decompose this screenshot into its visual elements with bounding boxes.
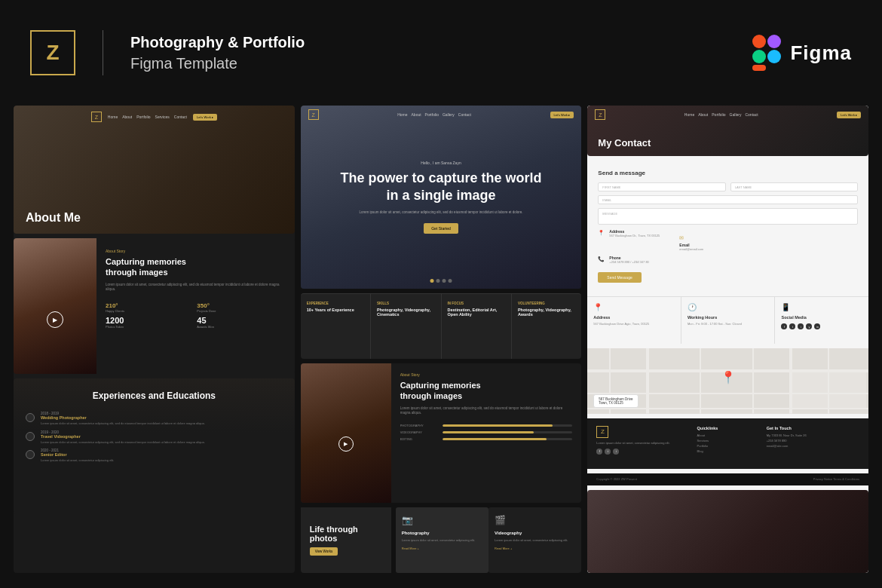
panel-about: Z Home About Portfolio Services Contact … [14,106,295,234]
footer-link-services[interactable]: Services [697,439,759,443]
hero-subtitle: Hello , I am Sansa Zayn [421,161,461,165]
mini-logo: Z [91,112,102,122]
contact-mini-logo: Z [595,109,605,120]
logo-letter: Z [46,41,59,65]
nav-contact[interactable]: Contact [174,115,187,119]
message-placeholder: MESSAGE [602,212,617,216]
nav-services[interactable]: Services [155,115,170,119]
footer-social-tw[interactable]: t [605,449,611,455]
footer-social-fb[interactable]: f [596,449,602,455]
mini-nav-cta[interactable]: Let's Work ▸ [193,114,217,121]
service-skills: SKILLS Photography, Videography,Cinemati… [371,294,441,359]
dot-4[interactable] [449,279,452,283]
social-yt[interactable]: y [806,323,812,329]
capture-img: ▶ [14,238,96,374]
timeline-role-2: Travel Videographer [41,434,283,439]
service-vol-label: VOLUNTEERING [518,302,575,305]
bar-photography: PHOTOGRAPHY [400,424,573,427]
footer-quicklinks: Quicklinks About Services Portfolio Blog [697,426,759,461]
brand-logo[interactable]: Z [30,30,75,75]
panel-contact-form: Send a message FIRST NAME LAST NAME EMAI… [587,161,868,292]
footer-link-blog[interactable]: Blog [697,449,759,453]
social-fb[interactable]: f [781,323,787,329]
footer-links-title: Quicklinks [697,426,759,430]
life-photo-text: Lorem ipsum dolor sit amet, consectetur … [402,538,482,543]
social-tw[interactable]: t [789,323,795,329]
life-cta-btn[interactable]: View Works [310,547,338,556]
footer-social-ig[interactable]: i [613,449,619,455]
footer-copyright: Copyright © 2022 ZW Present Privacy Noti… [587,473,868,485]
contact-address: 📍 Address 567 Buckingham Dr., Town, TX 0… [598,229,858,251]
copyright-text: Copyright © 2022 ZW Present [596,477,636,481]
c-nav-portfolio[interactable]: Portfolio [712,112,725,117]
nav-about[interactable]: About [122,115,132,119]
life-video-link[interactable]: Read More + [495,547,575,550]
phone-value: +234 5678 890 / +234 567 80 [609,260,649,264]
panel-info-cards: 📍 Address 567 Buckingham Drive Agio, Tow… [587,296,868,344]
info-address-text: 567 Buckingham Drive Agio, Town, 00125 [593,322,675,326]
c-nav-cta[interactable]: Let's Work ▸ [837,112,861,118]
timeline-dot-3 [26,450,35,459]
figma-label: Figma [790,41,852,65]
svg-rect-2 [752,50,766,63]
message-field[interactable]: MESSAGE [598,208,858,225]
footer-link-about[interactable]: About [697,433,759,437]
life-title: Life throughphotos [310,525,382,543]
nav-home[interactable]: Home [108,115,118,119]
stat-clients: 210° Happy Clients [106,300,194,313]
dot-3[interactable] [443,279,446,283]
exp-title: Experiences and Educations [26,390,283,401]
dot-2[interactable] [436,279,440,283]
life-photo-title: Photography [402,531,482,535]
capture-stats: 210° Happy Clients 350° Projects Done 12… [106,300,286,329]
c-nav-about[interactable]: About [698,112,708,117]
mid-capture-text: Lorem ipsum dolor sit amet, consectetur … [400,406,573,417]
mid-preview-col: Z Home About Portfolio Gallery Contact L… [301,106,582,573]
contact-nav-links: Home About Portfolio Gallery Contact [610,112,832,117]
last-name-field[interactable]: LAST NAME [730,182,858,191]
stat-photos-num: 1200 [106,316,194,325]
submit-button[interactable]: Send Message [598,272,641,283]
left-preview-col: Z Home About Portfolio Services Contact … [14,106,295,573]
bar-video-fill [443,431,534,433]
phone-details: Phone +234 5678 890 / +234 567 80 [609,256,649,264]
capture-content: About Story Capturing memoriesthrough im… [96,238,295,374]
c-nav-contact[interactable]: Contact [745,112,758,117]
hero-cta-btn[interactable]: Get Started [424,223,458,234]
nav-portfolio[interactable]: Portfolio [136,115,150,119]
bar-video-track [443,431,573,433]
videography-icon: 🎬 [495,515,575,525]
address-value: 567 Buckingham Dr., Town, TX 00125 [609,234,660,237]
bar-photo-label: PHOTOGRAPHY [400,424,438,427]
form-row-name: FIRST NAME LAST NAME [598,182,858,191]
capture-play-btn[interactable]: ▶ [47,311,63,328]
panel-contact-header: Z Home About Portfolio Gallery Contact L… [587,106,868,156]
timeline-dot-2 [26,432,35,441]
privacy-text: Privacy Notice Terms & Conditions [813,477,859,481]
footer-link-portfolio[interactable]: Portfolio [697,444,759,448]
email-value: email@email.com [679,247,703,251]
header-divider [103,30,103,75]
panel-bottom-photo [587,490,868,573]
email-field[interactable]: EMAIL [598,195,858,204]
service-experience: EXPERIENCE 10+ Years of Experience [301,294,371,359]
social-li[interactable]: in [814,323,820,329]
figma-logo: Figma [752,35,852,71]
stat-projects-num: 350° [197,300,285,309]
contact-info: 📍 Address 567 Buckingham Dr., Town, TX 0… [598,229,858,264]
life-card-photography: 📷 Photography Lorem ipsum dolor sit amet… [396,507,488,573]
mid-capture-play[interactable]: ▶ [338,436,354,452]
timeline-item-3: 2020 - 2021 Senior Editor Lorem ipsum do… [26,449,283,463]
mini-nav-links: Home About Portfolio Services Contact [108,115,187,119]
dot-1[interactable] [430,279,434,283]
c-nav-gallery[interactable]: Gallery [730,112,742,117]
life-photo-link[interactable]: Read More + [402,547,482,550]
timeline-role-1: Wedding Photographer [41,415,283,420]
c-nav-home[interactable]: Home [684,112,694,117]
first-name-field[interactable]: FIRST NAME [598,182,725,191]
social-ig[interactable]: i [798,323,804,329]
stat-awards: 45 Awards Won [197,316,285,329]
life-video-title: Videography [495,531,575,535]
address-details: Address 567 Buckingham Dr., Town, TX 001… [609,229,660,237]
header-title-line1: Photography & Portfolio [130,32,305,53]
